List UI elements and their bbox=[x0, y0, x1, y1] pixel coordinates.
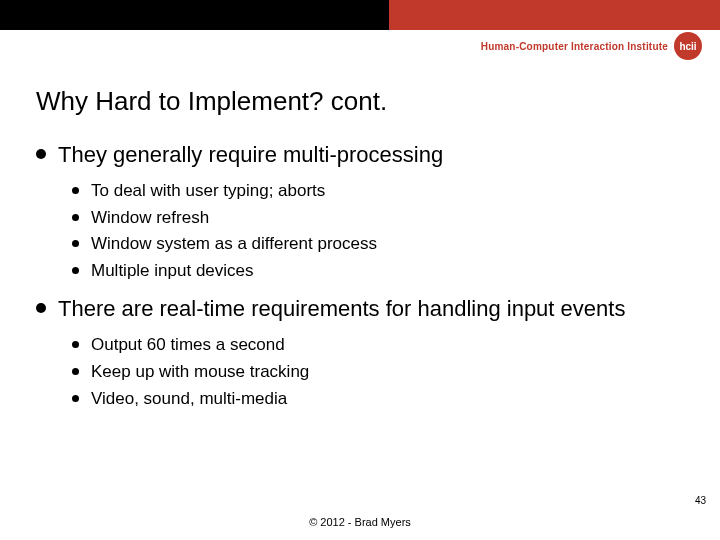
page-number: 43 bbox=[695, 495, 706, 506]
sub-item-text: Keep up with mouse tracking bbox=[91, 361, 309, 384]
sub-list: To deal with user typing; aborts Window … bbox=[72, 180, 684, 284]
list-item-text: There are real-time requirements for han… bbox=[58, 295, 625, 324]
top-bar-left bbox=[0, 0, 389, 30]
bullet-icon bbox=[72, 395, 79, 402]
bullet-icon bbox=[36, 303, 46, 313]
list-item: They generally require multi-processing … bbox=[36, 141, 684, 283]
list-item: Output 60 times a second bbox=[72, 334, 684, 357]
bullet-icon bbox=[72, 267, 79, 274]
list-item: Window refresh bbox=[72, 207, 684, 230]
sub-item-text: Video, sound, multi-media bbox=[91, 388, 287, 411]
bullet-icon bbox=[72, 368, 79, 375]
bullet-icon bbox=[36, 149, 46, 159]
list-item: Window system as a different process bbox=[72, 233, 684, 256]
slide-title: Why Hard to Implement? cont. bbox=[36, 86, 684, 117]
bullet-icon bbox=[72, 187, 79, 194]
sub-item-text: Window refresh bbox=[91, 207, 209, 230]
hcii-logo-icon: hcii bbox=[674, 32, 702, 60]
bullet-icon bbox=[72, 214, 79, 221]
slide-content: Why Hard to Implement? cont. They genera… bbox=[0, 30, 720, 411]
sub-item-text: Window system as a different process bbox=[91, 233, 377, 256]
bullet-list: They generally require multi-processing … bbox=[36, 141, 684, 411]
top-bar bbox=[0, 0, 720, 30]
list-item-text: They generally require multi-processing bbox=[58, 141, 443, 170]
sub-item-text: To deal with user typing; aborts bbox=[91, 180, 325, 203]
institute-header: Human-Computer Interaction Institute hci… bbox=[481, 32, 702, 60]
sub-item-text: Multiple input devices bbox=[91, 260, 254, 283]
institute-name: Human-Computer Interaction Institute bbox=[481, 41, 668, 52]
bullet-icon bbox=[72, 240, 79, 247]
list-item: There are real-time requirements for han… bbox=[36, 295, 684, 410]
list-item: Keep up with mouse tracking bbox=[72, 361, 684, 384]
copyright: © 2012 - Brad Myers bbox=[0, 516, 720, 528]
list-item: Multiple input devices bbox=[72, 260, 684, 283]
top-bar-right bbox=[389, 0, 720, 30]
sub-list: Output 60 times a second Keep up with mo… bbox=[72, 334, 684, 411]
sub-item-text: Output 60 times a second bbox=[91, 334, 285, 357]
list-item: Video, sound, multi-media bbox=[72, 388, 684, 411]
list-item: To deal with user typing; aborts bbox=[72, 180, 684, 203]
bullet-icon bbox=[72, 341, 79, 348]
